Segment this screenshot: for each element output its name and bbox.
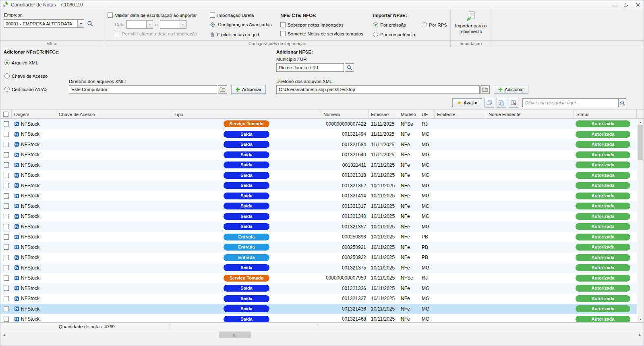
avaliar-button[interactable]: ★ Avaliar [452,98,482,107]
column-header-modelo[interactable]: Modelo [398,110,419,118]
scroll-right-button[interactable]: ► [637,331,644,338]
horizontal-scroll-thumb[interactable]: ||| [219,331,251,338]
scroll-left-button[interactable]: ◄ [0,331,7,338]
excluir-notas-button[interactable]: Excluir notas no grid [210,32,275,37]
table-row[interactable]: NFStock Saída 001321414 10/11/2025 NFe M… [0,191,644,201]
row-checkbox[interactable] [4,255,9,260]
certificado-radio[interactable] [4,87,10,92]
validar-data-checkbox[interactable] [108,12,113,18]
row-checkbox[interactable] [4,317,9,322]
table-row[interactable]: NFStock Saída 001321411 10/11/2025 NFe M… [0,160,644,170]
column-header-uf[interactable]: UF [419,110,435,118]
export-icon-button[interactable] [497,98,506,108]
table-row[interactable]: NFStock Serviço Tomado 000000000007422 1… [0,119,644,129]
table-row[interactable]: NFStock Saída 001321436 10/11/2025 NFe M… [0,304,644,314]
empresa-combobox[interactable]: 00001 - EMPRESA ALTERDATA [4,19,84,28]
row-checkbox[interactable] [4,276,9,281]
grid-search-input[interactable] [522,98,618,107]
dir-nfse-input[interactable]: C:\Users\sabrinetp.sup.pack\Desktop [276,85,480,94]
column-header-emitente[interactable]: Emitente [435,110,486,118]
column-header-emissao[interactable]: Emissão [369,110,398,118]
row-checkbox[interactable] [4,152,9,157]
row-checkbox[interactable] [4,296,9,301]
data-inicio-field[interactable] [126,20,153,29]
row-checkbox[interactable] [4,162,9,168]
row-checkbox[interactable] [4,265,9,270]
select-all-header-cell[interactable] [0,110,12,118]
municipio-search-button[interactable] [345,63,354,72]
municipio-input[interactable]: Rio de Janeiro / RJ [276,63,344,72]
column-header-nome-emitente[interactable]: Nome Emitente [486,110,574,118]
table-row[interactable]: NFStock Saída 001321352 10/11/2025 NFe M… [0,180,644,191]
row-checkbox[interactable] [4,121,9,126]
row-checkbox[interactable] [4,193,9,199]
por-competencia-radio[interactable] [373,32,378,37]
dir-nfse-browse-button[interactable] [480,85,490,94]
table-row[interactable]: NFStock Saída 001321584 11/11/2025 NFe M… [0,139,644,150]
configuracoes-avancadas-button[interactable]: Configurações Avançadas [210,22,275,27]
table-row[interactable]: NFStock Serviço Tomado 000000000007950 1… [0,273,644,284]
sobrepor-notas-checkbox[interactable] [280,22,286,27]
horizontal-scrollbar[interactable]: ◄ ||| ► [0,331,644,338]
vertical-scrollbar[interactable]: ▲ ▼ [637,119,644,322]
row-checkbox[interactable] [4,132,9,137]
certificado-option[interactable]: Certificado A1/A3 [4,87,48,92]
close-button[interactable] [632,0,644,9]
layout-icon-button[interactable] [485,98,494,108]
vertical-scroll-track[interactable] [637,125,644,316]
table-row[interactable]: NFStock Saída 001321357 10/11/2025 NFe M… [0,222,644,232]
scroll-up-button[interactable]: ▲ [637,119,644,125]
row-checkbox[interactable] [4,173,9,178]
row-checkbox[interactable] [4,203,9,209]
scroll-down-button[interactable]: ▼ [637,316,644,322]
empresa-search-icon[interactable] [87,21,93,27]
chevron-down-icon[interactable] [146,21,153,28]
chave-acesso-option[interactable]: Chave de Acesso [4,73,48,79]
importar-movimento-button[interactable]: Importar para o movimento [452,10,489,39]
table-row[interactable]: NFStock Saída 001321327 10/11/2025 NFe M… [0,294,644,304]
horizontal-scroll-track[interactable]: ||| [7,331,637,338]
row-checkbox[interactable] [4,306,9,311]
por-emissao-radio[interactable] [373,22,378,27]
vertical-scroll-thumb[interactable] [638,125,643,160]
restore-button[interactable] [620,0,632,9]
column-header-chave[interactable]: Chave de Acesso [56,110,172,118]
dir-xml-browse-button[interactable] [218,85,227,94]
column-header-origem[interactable]: Origem [12,110,56,118]
por-rps-radio[interactable] [422,22,427,27]
table-row[interactable]: NFStock Saída 001321468 10/11/2025 NFe M… [0,314,644,323]
minimize-button[interactable] [609,0,620,9]
chevron-down-icon[interactable] [77,20,84,27]
adicionar-nfse-button[interactable]: Adicionar [494,85,528,94]
table-row[interactable]: NFStock Saída 001321326 10/11/2025 NFe M… [0,283,644,294]
dir-xml-input[interactable]: Este Computador [69,85,217,94]
table-row[interactable]: NFStock Saída 001321317 10/11/2025 NFe M… [0,201,644,211]
row-checkbox[interactable] [4,224,9,229]
chevron-down-icon[interactable] [180,21,186,28]
select-all-checkbox[interactable] [3,112,8,117]
arquivo-xml-radio[interactable] [4,60,10,65]
table-row[interactable]: NFStock Saída 001321494 11/11/2025 NFe M… [0,129,644,140]
row-checkbox[interactable] [4,183,9,188]
clear-filter-icon-button[interactable] [509,98,518,108]
table-row[interactable]: NFStock Saída 001321340 10/11/2025 NFe M… [0,211,644,222]
somente-servicos-checkbox[interactable] [280,31,286,36]
table-row[interactable]: NFStock Entrada 000250921 10/11/2025 NFe… [0,242,644,253]
table-row[interactable]: NFStock Saída 001321375 10/11/2025 NFe M… [0,263,644,273]
row-checkbox[interactable] [4,286,9,291]
table-row[interactable]: NFStock Saída 001321318 10/11/2025 NFe M… [0,170,644,181]
data-fim-field[interactable] [160,20,186,29]
importacao-direta-checkbox[interactable] [210,12,215,18]
row-checkbox[interactable] [4,244,9,250]
row-checkbox[interactable] [4,234,9,240]
row-checkbox[interactable] [4,214,9,219]
chave-acesso-radio[interactable] [4,73,10,79]
column-header-numero[interactable]: Número [321,110,369,118]
table-row[interactable]: NFStock Saída 001321640 11/11/2025 NFe M… [0,150,644,160]
adicionar-xml-button[interactable]: Adicionar [231,85,266,94]
row-checkbox[interactable] [4,142,9,147]
table-row[interactable]: NFStock Entrada 000250922 10/11/2025 NFe… [0,253,644,263]
column-header-status[interactable]: Status [574,110,637,118]
arquivo-xml-option[interactable]: Arquivo XML [4,60,38,65]
permitir-alterar-checkbox[interactable] [115,31,120,36]
